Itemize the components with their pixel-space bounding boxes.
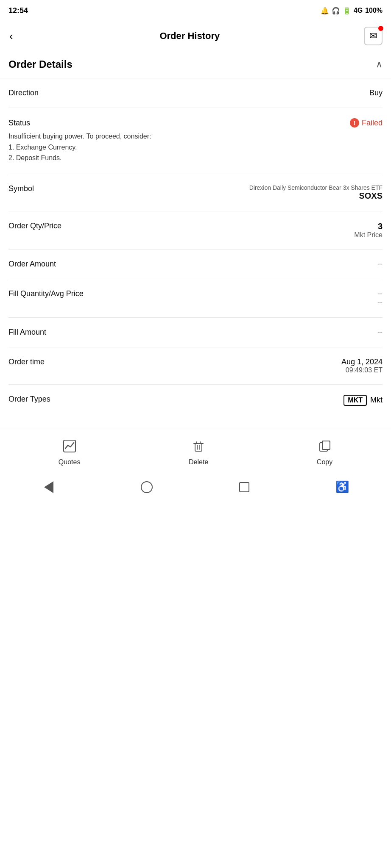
mail-button[interactable]: ✉ <box>364 27 383 45</box>
headphone-icon: 🎧 <box>332 7 340 15</box>
order-details-section-header[interactable]: Order Details ∧ <box>0 51 391 78</box>
status-time: 12:54 <box>8 6 28 15</box>
order-types-value: MKT Mkt <box>344 395 383 406</box>
back-nav-icon <box>44 481 53 493</box>
alarm-icon: 🔔 <box>321 7 329 15</box>
fill-qty-value1: -- <box>377 289 383 298</box>
status-row-top: Status ! Failed <box>8 118 383 128</box>
svg-rect-8 <box>322 441 330 449</box>
symbol-label: Symbol <box>8 184 34 193</box>
direction-row: Direction Buy <box>8 78 383 108</box>
mail-icon: ✉ <box>369 31 377 42</box>
status-row: Status ! Failed Insufficient buying powe… <box>8 108 383 174</box>
fill-amount-label: Fill Amount <box>8 328 46 337</box>
order-date: Aug 1, 2024 <box>341 358 383 366</box>
bottom-action-bar: Quotes Delete Copy <box>0 429 391 474</box>
chevron-up-icon: ∧ <box>376 59 383 70</box>
order-amount-value: -- <box>377 260 383 269</box>
home-nav-button[interactable] <box>139 480 154 495</box>
quotes-label: Quotes <box>59 458 81 466</box>
symbol-full-name: Direxion Daily Semiconductor Bear 3x Sha… <box>249 184 383 191</box>
order-qty-label: Order Qty/Price <box>8 222 61 230</box>
signal-icon: 4G <box>354 7 363 14</box>
order-time-label: Order time <box>8 358 45 366</box>
order-qty-value: 3 Mkt Price <box>354 222 383 239</box>
order-qty-row: Order Qty/Price 3 Mkt Price <box>8 211 383 250</box>
accessibility-icon: ♿ <box>335 480 349 494</box>
battery-percent: 100% <box>365 7 383 14</box>
status-bar: 12:54 🔔 🎧 🔋 4G 100% <box>0 0 391 21</box>
order-types-row: Order Types MKT Mkt <box>8 385 383 416</box>
order-details-container: Direction Buy Status ! Failed Insufficie… <box>0 78 391 416</box>
price-type: Mkt Price <box>354 231 383 239</box>
battery-icon: 🔋 <box>343 7 351 15</box>
mkt-text: Mkt <box>370 396 383 405</box>
svg-rect-1 <box>195 444 202 451</box>
fill-qty-label: Fill Quantity/Avg Price <box>8 289 84 298</box>
copy-button[interactable]: Copy <box>304 436 345 469</box>
fill-amount-value: -- <box>377 328 383 337</box>
back-button[interactable]: ‹ <box>7 27 16 45</box>
status-value: Failed <box>362 119 383 128</box>
status-failed-badge: ! Failed <box>350 118 383 128</box>
quotes-button[interactable]: Quotes <box>46 436 93 469</box>
order-time-clock: 09:49:03 ET <box>341 366 383 374</box>
back-nav-button[interactable] <box>41 480 56 495</box>
direction-value: Buy <box>369 89 383 97</box>
order-time-row: Order time Aug 1, 2024 09:49:03 ET <box>8 347 383 385</box>
delete-button[interactable]: Delete <box>176 436 221 469</box>
symbol-value: Direxion Daily Semiconductor Bear 3x Sha… <box>249 184 383 201</box>
delete-icon <box>192 439 205 456</box>
recents-nav-icon <box>239 482 249 492</box>
order-amount-label: Order Amount <box>8 260 56 269</box>
symbol-ticker: SOXS <box>249 191 383 201</box>
recents-nav-button[interactable] <box>237 480 252 495</box>
top-nav: ‹ Order History ✉ <box>0 21 391 51</box>
copy-label: Copy <box>317 458 332 466</box>
mail-notification-dot <box>378 26 383 31</box>
mkt-badge: MKT <box>344 395 367 406</box>
fill-amount-row: Fill Amount -- <box>8 318 383 347</box>
delete-label: Delete <box>189 458 208 466</box>
symbol-row: Symbol Direxion Daily Semiconductor Bear… <box>8 174 383 211</box>
status-label: Status <box>8 119 30 128</box>
fill-qty-value: -- -- <box>377 289 383 307</box>
order-time-value: Aug 1, 2024 09:49:03 ET <box>341 358 383 374</box>
quotes-icon <box>63 439 76 456</box>
fill-qty-row: Fill Quantity/Avg Price -- -- <box>8 279 383 318</box>
order-types-label: Order Types <box>8 395 50 404</box>
direction-label: Direction <box>8 89 39 97</box>
quantity-number: 3 <box>354 222 383 231</box>
copy-icon <box>318 439 332 456</box>
section-title: Order Details <box>8 58 73 70</box>
status-message: Insufficient buying power. To proceed, c… <box>8 131 151 164</box>
page-title: Order History <box>159 31 220 42</box>
fill-qty-value2: -- <box>377 298 383 307</box>
failed-icon: ! <box>350 118 359 128</box>
status-right: 🔔 🎧 🔋 4G 100% <box>321 7 383 15</box>
order-amount-row: Order Amount -- <box>8 250 383 279</box>
home-nav-icon <box>141 481 153 493</box>
android-nav-bar: ♿ <box>0 474 391 502</box>
accessibility-nav-button[interactable]: ♿ <box>335 480 350 495</box>
